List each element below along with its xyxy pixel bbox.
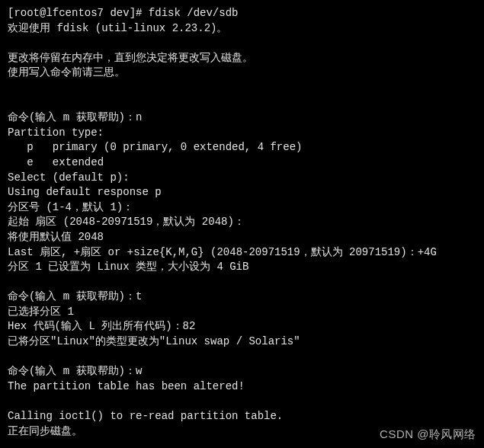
terminal-line: Last 扇区, +扇区 or +size{K,M,G} (2048-20971… xyxy=(8,245,476,261)
terminal-line xyxy=(8,81,476,96)
terminal-line: 欢迎使用 fdisk (util-linux 2.23.2)。 xyxy=(8,21,476,37)
terminal-line: 更改将停留在内存中，直到您决定将更改写入磁盘。 xyxy=(8,51,476,66)
terminal-line: Select (default p): xyxy=(8,171,476,186)
terminal-line: 分区号 (1-4，默认 1)： xyxy=(8,200,476,216)
terminal-line xyxy=(8,394,476,409)
terminal-output: [root@lfcentos7 dev]# fdisk /dev/sdb欢迎使用… xyxy=(8,6,476,439)
terminal-line xyxy=(8,275,476,290)
terminal-line: 将使用默认值 2048 xyxy=(8,230,476,245)
terminal-line: 命令(输入 m 获取帮助)：w xyxy=(8,364,476,379)
terminal-line: 命令(输入 m 获取帮助)：t xyxy=(8,290,476,305)
terminal-line: Hex 代码(输入 L 列出所有代码)：82 xyxy=(8,319,476,334)
terminal-line: 已将分区"Linux"的类型更改为"Linux swap / Solaris" xyxy=(8,334,476,350)
terminal-line: The partition table has been altered! xyxy=(8,379,476,395)
terminal-line xyxy=(8,96,476,111)
terminal-line xyxy=(8,350,476,365)
terminal-line: p primary (0 primary, 0 extended, 4 free… xyxy=(8,140,476,155)
terminal-line: [root@lfcentos7 dev]# fdisk /dev/sdb xyxy=(8,6,476,21)
terminal-line: 使用写入命令前请三思。 xyxy=(8,66,476,81)
terminal-line: 命令(输入 m 获取帮助)：n xyxy=(8,110,476,126)
terminal-line: Calling ioctl() to re-read partition tab… xyxy=(8,409,476,424)
terminal-line: e extended xyxy=(8,155,476,171)
terminal-line xyxy=(8,36,476,51)
watermark-text: CSDN @聆风网络 xyxy=(380,426,476,442)
terminal-line: 分区 1 已设置为 Linux 类型，大小设为 4 GiB xyxy=(8,260,476,275)
terminal-line: Using default response p xyxy=(8,185,476,200)
terminal-line: 起始 扇区 (2048-20971519，默认为 2048)： xyxy=(8,215,476,230)
terminal-line: Partition type: xyxy=(8,126,476,141)
terminal-line: 已选择分区 1 xyxy=(8,305,476,320)
